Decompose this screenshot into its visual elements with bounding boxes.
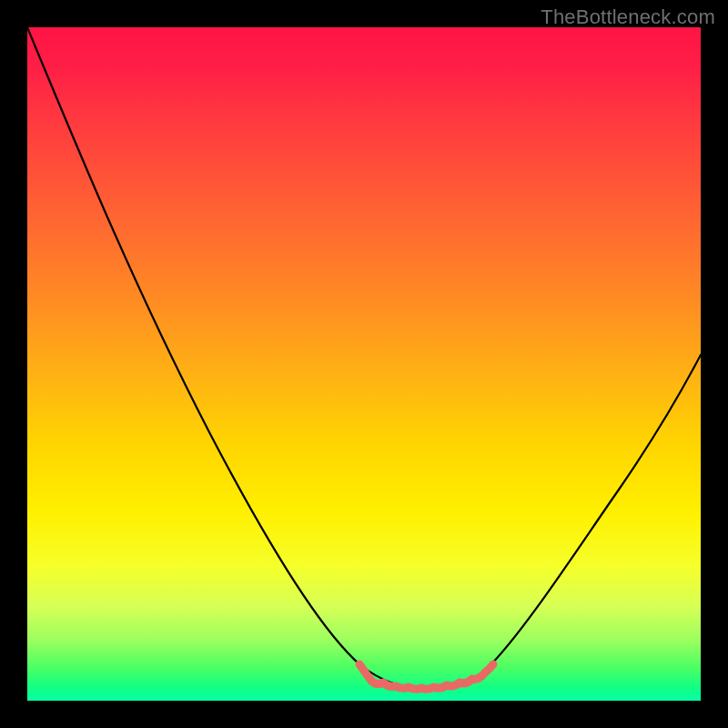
chart-svg (27, 27, 701, 701)
watermark-text: TheBottleneck.com (541, 5, 715, 29)
chart-frame: TheBottleneck.com (0, 0, 728, 728)
bottleneck-curve (27, 27, 701, 689)
